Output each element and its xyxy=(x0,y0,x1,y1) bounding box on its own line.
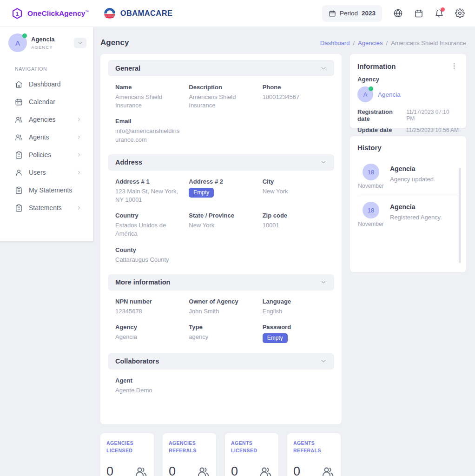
stat-label: AGENTSREFERALS xyxy=(293,439,335,455)
history-date: 18 November xyxy=(357,202,384,227)
row-value: 11/25/2023 10:56 AM xyxy=(406,127,459,133)
section-more-information-header[interactable]: More information xyxy=(108,274,334,291)
history-month: November xyxy=(357,221,384,227)
field-label: City xyxy=(263,178,327,185)
sidebar-item-label: Statements xyxy=(29,204,62,212)
history-scrollbar[interactable] xyxy=(459,168,461,263)
main-content: Agency Dashboard / Agencies / Americans … xyxy=(93,27,475,476)
sidebar-item-label: Policies xyxy=(29,151,51,159)
chevron-right-icon xyxy=(76,134,82,140)
section-collaborators: Collaborators Agent Agente Demo xyxy=(108,353,334,395)
field-label: Description xyxy=(189,84,253,91)
section-title: General xyxy=(115,65,140,72)
information-title: Information xyxy=(357,62,396,70)
field-value: Americans Shield Insurance xyxy=(115,93,179,110)
sidebar-item-agents[interactable]: Agents xyxy=(0,128,93,146)
clipboard-icon xyxy=(15,186,23,194)
sidebar-item-statements[interactable]: Statements xyxy=(0,199,93,217)
field-label: Zip code xyxy=(263,212,327,219)
oneclickagency-logo[interactable]: 1 OneClickAgency™ xyxy=(11,7,89,20)
sidebar-item-users[interactable]: Users xyxy=(0,164,93,181)
agency-link[interactable]: Agencia xyxy=(378,91,401,98)
section-collaborators-header[interactable]: Collaborators xyxy=(108,353,334,370)
sidebar-item-label: Dashboard xyxy=(29,80,61,88)
obamacare-logo[interactable]: OBAMACARE xyxy=(103,7,173,20)
history-body: Agencia Registered Agency. xyxy=(390,202,442,227)
row-label: Update date xyxy=(357,126,392,133)
notifications-button[interactable] xyxy=(435,9,444,18)
group-icon xyxy=(321,465,335,476)
row-label: Registration date xyxy=(357,108,406,122)
history-list: 18 November Agencia Agency updated. 18 N… xyxy=(357,158,459,234)
breadcrumb-separator: / xyxy=(386,40,388,46)
field-value: 123 Main St, New York, NY 10001 xyxy=(115,187,179,204)
field-state: State / Province New York xyxy=(189,212,253,238)
user-menu-toggle[interactable] xyxy=(74,38,86,48)
section-address-header[interactable]: Address xyxy=(108,154,334,171)
history-item[interactable]: 18 November Agencia Registered Agency. xyxy=(357,196,459,234)
svg-text:1: 1 xyxy=(16,11,19,16)
sidebar-nav: Dashboard Calendar Agencies Agents Polic… xyxy=(0,75,93,217)
section-address: Address Address # 1 123 Main St, New Yor… xyxy=(108,154,334,264)
agency-label: Agency xyxy=(357,76,459,83)
history-item[interactable]: 18 November Agencia Agency updated. xyxy=(357,158,459,196)
breadcrumb-separator: / xyxy=(353,40,355,46)
calendar-icon xyxy=(329,10,336,17)
section-collaborators-fields: Agent Agente Demo xyxy=(108,377,334,395)
sidebar-user-block: A Agencia AGENCY xyxy=(0,33,93,52)
brand-name: OneClickAgency™ xyxy=(27,9,89,18)
home-icon xyxy=(15,80,23,88)
stat-card-agents-licensed[interactable]: AGENTSLICENSED 0 xyxy=(225,433,278,476)
clipboard-icon xyxy=(15,151,23,159)
period-selector-button[interactable]: Period 2023 xyxy=(322,5,382,22)
field-value: Agente Demo xyxy=(115,386,179,395)
empty-badge: Empty xyxy=(263,333,288,343)
breadcrumb-link-dashboard[interactable]: Dashboard xyxy=(320,40,350,46)
field-value: English xyxy=(263,307,327,316)
field-address-2: Address # 2 Empty xyxy=(189,178,253,204)
field-type: Type agency xyxy=(189,324,253,343)
group-icon xyxy=(196,465,210,476)
field-value: Agencia xyxy=(115,333,179,341)
settings-button[interactable] xyxy=(455,8,465,18)
stat-card-agencies-licensed[interactable]: AGENCIESLICENSED 0 xyxy=(100,433,154,476)
stat-card-agents-referals[interactable]: AGENTSREFERALS 0 xyxy=(287,433,341,476)
field-label: Language xyxy=(263,298,327,305)
avatar-initial: A xyxy=(15,39,20,47)
section-general-header[interactable]: General xyxy=(108,60,334,76)
online-status-dot xyxy=(369,86,373,91)
chevron-down-icon xyxy=(320,279,327,285)
trademark: ™ xyxy=(86,10,89,14)
field-county: County Cattaraugus County xyxy=(115,246,179,264)
field-owner: Owner of Agency John Smith xyxy=(189,298,253,316)
field-agency: Agency Agencia xyxy=(115,324,179,343)
sidebar-item-calendar[interactable]: Calendar xyxy=(0,93,93,111)
hexagon-one-logo-icon: 1 xyxy=(11,7,23,20)
stat-bottom: 0 xyxy=(106,464,148,476)
history-date: 18 November xyxy=(357,164,384,189)
chevron-down-icon xyxy=(77,40,83,46)
sidebar-item-label: Calendar xyxy=(29,98,55,106)
breadcrumb-current: Americans Shield Insurance xyxy=(391,40,466,46)
breadcrumb-link-agencies[interactable]: Agencies xyxy=(358,40,383,46)
calendar-button[interactable] xyxy=(414,9,423,18)
sidebar: A Agencia AGENCY NAVIGATION Dashboard Ca… xyxy=(0,27,93,241)
avatar: A xyxy=(8,33,27,52)
field-value: Americans Shield Insurance xyxy=(189,93,253,110)
history-title: History xyxy=(357,144,459,152)
information-menu-button[interactable] xyxy=(449,61,459,71)
notification-badge-dot xyxy=(441,7,445,12)
sidebar-item-policies[interactable]: Policies xyxy=(0,146,93,164)
field-value: agency xyxy=(189,333,253,341)
stat-card-agencies-referals[interactable]: AGENCIESREFERALS 0 xyxy=(163,433,216,476)
history-item-title: Agencia xyxy=(390,165,435,172)
sidebar-item-agencies[interactable]: Agencies xyxy=(0,111,93,128)
field-label: Address # 2 xyxy=(189,178,253,185)
field-label: State / Province xyxy=(189,212,253,219)
section-title: Address xyxy=(115,159,142,166)
information-card: Information Agency A Agencia xyxy=(350,54,466,128)
sidebar-item-my-statements[interactable]: My Statements xyxy=(0,181,93,199)
language-globe-button[interactable] xyxy=(393,8,403,18)
sidebar-item-dashboard[interactable]: Dashboard xyxy=(0,75,93,93)
brand-group: 1 OneClickAgency™ OBAMACARE xyxy=(11,7,172,20)
